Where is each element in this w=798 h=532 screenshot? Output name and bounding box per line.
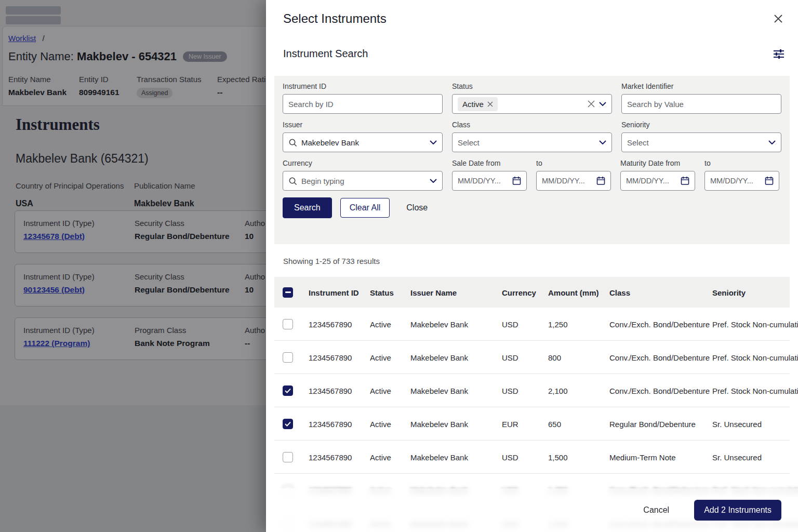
maturity-date-from-label: Maturity Date from (620, 159, 695, 167)
table-cell: Active (370, 453, 391, 461)
row-checkbox[interactable] (283, 452, 293, 462)
table-cell: Sr. Unsecured (712, 453, 762, 461)
table-cell: Active (370, 353, 391, 362)
table-cell: Pref. Stock Non-cumulative (712, 353, 798, 362)
calendar-icon[interactable] (512, 176, 521, 185)
table-cell: 1234567890 (309, 419, 352, 428)
filter-sliders-icon[interactable] (773, 49, 784, 59)
date-placeholder: MM/DD/YY... (710, 177, 761, 185)
table-cell: Makebelev Bank (410, 386, 468, 395)
select-all-checkbox[interactable] (283, 287, 293, 298)
currency-label: Currency (283, 159, 443, 167)
chevron-down-icon[interactable] (768, 140, 776, 144)
status-clear-icon[interactable] (588, 100, 595, 108)
table-cell: Conv./Exch. Bond/Debenture (609, 386, 710, 395)
table-cell: 1234567890 (309, 386, 352, 395)
table-cell: Makebelev Bank (410, 320, 468, 328)
table-cell: Conv./Exch. Bond/Debenture (609, 320, 710, 328)
issuer-value: Makebelev Bank (301, 138, 359, 147)
table-cell: Makebelev Bank (410, 453, 468, 461)
column-header: Seniority (712, 288, 746, 297)
calendar-icon[interactable] (765, 176, 774, 185)
chevron-down-icon[interactable] (599, 102, 606, 106)
column-header: Class (609, 288, 630, 297)
date-placeholder: MM/DD/YY... (626, 177, 676, 185)
currency-placeholder: Begin typing (301, 177, 344, 185)
market-identifier-input[interactable] (627, 100, 776, 109)
column-header: Instrument ID (309, 288, 359, 297)
chevron-down-icon[interactable] (430, 179, 437, 183)
chip-remove-icon[interactable] (487, 101, 493, 107)
close-filters-button[interactable]: Close (398, 198, 436, 218)
table-cell: USD (502, 353, 518, 362)
search-button[interactable]: Search (283, 197, 332, 218)
row-checkbox[interactable] (283, 319, 293, 329)
date-placeholder: MM/DD/YY... (542, 177, 592, 185)
row-checkbox[interactable] (283, 352, 293, 363)
table-cell: 1,500 (548, 453, 568, 461)
class-select[interactable]: Select (452, 132, 612, 152)
table-header-row: Instrument IDStatusIssuer NameCurrencyAm… (274, 277, 790, 308)
instrument-search-panel: Instrument ID Status Active (274, 76, 790, 244)
table-cell: 2,100 (548, 386, 568, 395)
issuer-label: Issuer (283, 121, 443, 129)
market-identifier-field[interactable] (621, 94, 781, 114)
table-cell: 800 (548, 353, 561, 362)
table-cell: Conv./Exch. Bond/Debenture (609, 353, 710, 362)
table-row: 1234567890ActiveMakebelev BankUSD800Conv… (274, 341, 790, 374)
instrument-id-input[interactable] (288, 100, 437, 109)
table-cell: Pref. Stock Non-cumulative (712, 320, 798, 328)
sale-date-from-field[interactable]: MM/DD/YY... (452, 171, 527, 191)
instrument-id-field[interactable] (283, 94, 443, 114)
date-placeholder: MM/DD/YY... (458, 177, 508, 185)
chevron-down-icon[interactable] (430, 140, 437, 144)
select-instruments-modal: Select Instruments Instrument Search Ins… (266, 0, 798, 532)
table-cell: 1234567890 (309, 320, 352, 328)
table-cell: USD (502, 453, 518, 461)
table-cell: Makebelev Bank (410, 353, 468, 362)
table-row: 1234567890ActiveMakebelev BankUSD1,500Me… (274, 441, 790, 474)
clear-all-button[interactable]: Clear All (340, 198, 390, 218)
sale-date-to-field[interactable]: MM/DD/YY... (536, 171, 611, 191)
market-identifier-label: Market Identifier (621, 82, 781, 90)
table-cell: EUR (502, 419, 518, 428)
table-cell: USD (502, 386, 518, 395)
search-icon (288, 138, 297, 147)
calendar-icon[interactable] (596, 176, 605, 185)
table-row: 1234567890ActiveMakebelev BankUSD2,100Co… (274, 374, 790, 407)
status-label: Status (452, 82, 612, 90)
table-cell: Active (370, 320, 391, 328)
seniority-select[interactable]: Select (621, 132, 781, 152)
table-cell: 650 (548, 419, 561, 428)
calendar-icon[interactable] (681, 176, 689, 185)
row-checkbox[interactable] (283, 385, 293, 396)
currency-combobox[interactable]: Begin typing (283, 171, 443, 191)
column-header: Amount (mm) (548, 288, 599, 297)
table-cell: 1234567890 (309, 453, 352, 461)
table-cell: 1,250 (548, 320, 568, 328)
table-cell: Regular Bond/Debenture (609, 419, 696, 428)
table-row: 1234567890ActiveMakebelev BankUSD1,250Co… (274, 308, 790, 341)
issuer-combobox[interactable]: Makebelev Bank (283, 132, 443, 152)
add-instruments-button[interactable]: Add 2 Instruments (694, 500, 781, 521)
status-chip-label: Active (462, 100, 484, 109)
table-cell: USD (502, 320, 518, 328)
status-multiselect[interactable]: Active (452, 94, 612, 114)
cancel-button[interactable]: Cancel (635, 500, 677, 520)
table-row: 1234567890ActiveMakebelev BankEUR650Regu… (274, 407, 790, 441)
table-cell: Active (370, 419, 391, 428)
class-label: Class (452, 121, 612, 129)
table-cell: Active (370, 386, 391, 395)
table-cell: Makebelev Bank (410, 419, 468, 428)
maturity-date-to-label: to (704, 159, 779, 167)
results-summary: Showing 1-25 of 733 results (283, 257, 380, 265)
column-header: Status (370, 288, 394, 297)
maturity-date-from-field[interactable]: MM/DD/YY... (620, 171, 695, 191)
close-icon[interactable] (772, 12, 784, 25)
chevron-down-icon[interactable] (599, 140, 606, 144)
maturity-date-to-field[interactable]: MM/DD/YY... (704, 171, 779, 191)
search-icon (288, 177, 297, 185)
sale-date-from-label: Sale Date from (452, 159, 527, 167)
row-checkbox[interactable] (283, 419, 293, 429)
class-placeholder: Select (458, 138, 480, 147)
